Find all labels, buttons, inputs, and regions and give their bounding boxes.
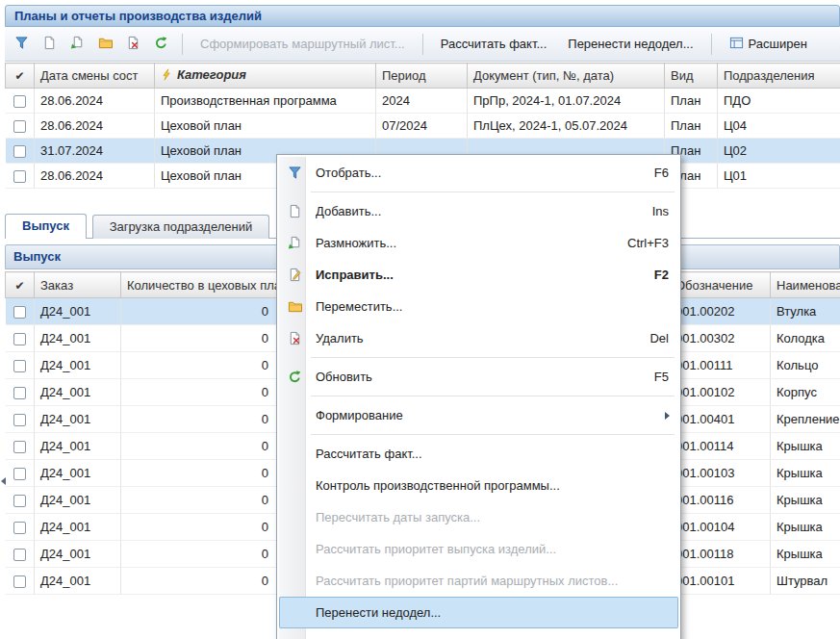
cell-order[interactable]: Д24_001 [35,298,121,325]
cell-designation[interactable]: 001.00104 [670,514,771,541]
cell-date[interactable]: 28.06.2024 [35,89,155,114]
cell-order[interactable]: Д24_001 [35,541,121,568]
row-checkbox[interactable] [13,441,26,453]
cell-quantity[interactable]: 0 [121,298,285,325]
delete-button[interactable] [120,32,146,57]
carry-backlog-button[interactable]: Перенести недодел... [558,32,702,57]
cell-date[interactable]: 28.06.2024 [35,114,155,139]
cell-departments[interactable]: ПДО [718,89,840,114]
column-header-kind[interactable]: Вид [665,64,718,89]
cell-departments[interactable]: Ц02 [718,139,840,164]
menu-item-carry-backlog[interactable]: Перенести недодел... [279,597,678,628]
cell-period[interactable]: 2024 [376,89,468,114]
menu-item-add[interactable]: Добавить... Ins [279,195,678,227]
cell-designation[interactable]: 001.00116 [670,487,771,514]
row-check-cell[interactable] [6,89,35,114]
cell-period[interactable]: 07/2024 [376,114,468,139]
row-check-cell[interactable] [6,379,35,406]
row-check-cell[interactable] [6,114,35,139]
row-checkbox[interactable] [13,414,26,426]
cell-quantity[interactable]: 0 [121,433,285,460]
plans-row[interactable]: 28.06.2024 Цеховой план 07/2024 ПлЦех, 2… [6,114,840,139]
column-header-category[interactable]: Категория [155,64,376,89]
row-check-cell[interactable] [6,460,35,487]
cell-category[interactable]: Цеховой план [155,114,376,139]
cell-order[interactable]: Д24_001 [35,433,121,460]
row-check-cell[interactable] [6,514,35,541]
cell-date[interactable]: 28.06.2024 [35,164,155,189]
cell-designation[interactable]: 001.00302 [670,325,771,352]
column-header-departments[interactable]: Подразделения [718,64,840,89]
cell-departments[interactable]: Ц01 [718,164,840,189]
cell-quantity[interactable]: 0 [121,541,285,568]
panel-collapse-arrow[interactable] [0,472,7,491]
cell-name[interactable]: Крышка [771,460,840,487]
column-header-period[interactable]: Период [376,64,468,89]
cell-name[interactable]: Втулка [771,298,840,325]
row-check-cell[interactable] [6,325,35,352]
cell-departments[interactable]: Ц04 [718,114,840,139]
cell-name[interactable]: Штурвал [771,568,840,595]
column-header-date[interactable]: Дата смены сост [35,64,155,89]
duplicate-button[interactable] [64,32,90,57]
menu-item-filter[interactable]: Отобрать... F6 [279,157,678,189]
cell-designation[interactable]: 001.00114 [670,433,771,460]
cell-quantity[interactable]: 0 [121,352,285,379]
row-checkbox[interactable] [13,468,26,480]
menu-item-calc-fact[interactable]: Рассчитать факт... [279,438,678,470]
cell-designation[interactable]: 001.00102 [670,379,771,406]
move-button[interactable] [92,32,118,57]
cell-order[interactable]: Д24_001 [35,487,121,514]
row-check-cell[interactable] [6,568,35,595]
column-header-check[interactable]: ✔ [6,272,35,298]
cell-document[interactable]: ПлЦех, 2024-1, 05.07.2024 [468,114,665,139]
column-header-name[interactable]: Наименование [771,272,840,298]
cell-designation[interactable]: 001.00202 [670,298,771,325]
row-checkbox[interactable] [13,575,26,588]
cell-name[interactable]: Крышка [771,541,840,568]
cell-quantity[interactable]: 0 [121,379,285,406]
cell-document[interactable]: ПрПр, 2024-1, 01.07.2024 [468,89,665,114]
refresh-button[interactable] [148,32,174,57]
cell-order[interactable]: Д24_001 [35,379,121,406]
form-route-sheet-button[interactable]: Сформировать маршрутный лист... [191,32,415,57]
cell-category[interactable]: Производственная программа [155,89,376,114]
row-check-cell[interactable] [6,433,35,460]
cell-quantity[interactable]: 0 [121,514,285,541]
menu-item-duplicate[interactable]: Размножить... Ctrl+F3 [279,227,678,259]
cell-kind[interactable]: План [665,114,718,139]
row-checkbox[interactable] [13,95,26,108]
cell-name[interactable]: Крышка [771,487,840,514]
row-checkbox[interactable] [13,145,26,158]
cell-quantity[interactable]: 0 [121,568,285,595]
row-check-cell[interactable] [6,487,35,514]
row-checkbox[interactable] [13,387,26,399]
row-check-cell[interactable] [6,352,35,379]
row-check-cell[interactable] [6,298,35,325]
menu-item-edit[interactable]: Исправить... F2 [279,259,678,291]
cell-quantity[interactable]: 0 [121,325,285,352]
tab-output[interactable]: Выпуск [5,214,87,239]
cell-order[interactable]: Д24_001 [35,352,121,379]
row-checkbox[interactable] [13,495,26,507]
calc-fact-button[interactable]: Рассчитать факт... [431,32,557,57]
cell-name[interactable]: Кольцо [771,352,840,379]
row-checkbox[interactable] [13,333,26,345]
cell-designation[interactable]: 001.00111 [670,352,771,379]
cell-order[interactable]: Д24_001 [35,514,121,541]
cell-order[interactable]: Д24_001 [35,406,121,433]
cell-name[interactable]: Крепление [771,406,840,433]
cell-name[interactable]: Крышка [771,514,840,541]
row-check-cell[interactable] [6,406,35,433]
add-button[interactable] [37,32,63,57]
column-header-order[interactable]: Заказ [35,272,121,298]
cell-quantity[interactable]: 0 [121,460,285,487]
advanced-filter-button[interactable]: Расширен [720,32,817,57]
cell-kind[interactable]: План [665,89,718,114]
menu-item-calc-batch-priority[interactable]: Рассчитать приоритет партий маршрутных л… [279,565,678,597]
menu-item-delete[interactable]: Удалить Del [279,322,678,354]
column-header-quantity[interactable]: Количество в цеховых планах [121,272,285,298]
menu-item-refresh[interactable]: Обновить F5 [279,361,678,393]
cell-quantity[interactable]: 0 [121,406,285,433]
menu-item-move[interactable]: Переместить... [279,291,678,322]
